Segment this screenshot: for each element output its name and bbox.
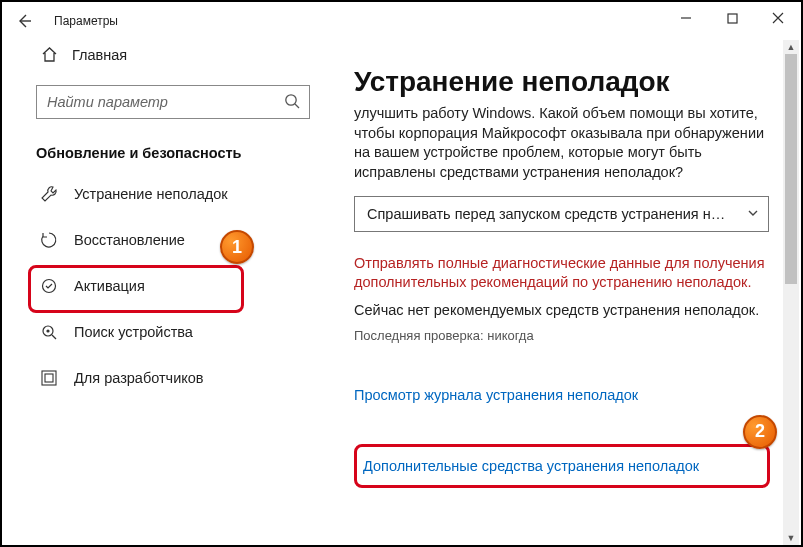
svg-point-4	[46, 329, 49, 332]
page-title: Устранение неполадок	[354, 40, 775, 98]
sidebar-item-developer[interactable]: Для разработчиков	[2, 355, 324, 401]
scroll-up-icon[interactable]: ▲	[783, 40, 799, 54]
sidebar-item-label: Активация	[74, 278, 145, 294]
svg-rect-5	[42, 371, 56, 385]
sidebar-home-label: Главная	[72, 47, 127, 63]
svg-rect-0	[728, 14, 737, 23]
troubleshoot-mode-select[interactable]: Спрашивать перед запуском средств устран…	[354, 196, 769, 232]
content-area: Устранение неполадок улучшить работу Win…	[324, 40, 801, 545]
close-icon	[772, 12, 784, 24]
back-button[interactable]	[2, 2, 46, 40]
scroll-down-icon[interactable]: ▼	[783, 531, 799, 545]
sidebar: Главная Обновление и безопасность Устран…	[2, 40, 324, 545]
annotation-highlight-2: Дополнительные средства устранения непол…	[354, 444, 770, 488]
recommendation-status: Сейчас нет рекомендуемых средств устране…	[354, 292, 774, 318]
annotation-marker-2: 2	[743, 415, 777, 449]
wrench-icon	[40, 185, 58, 203]
sidebar-item-label: Восстановление	[74, 232, 185, 248]
description-text: улучшить работу Windows. Какой объем пом…	[354, 98, 774, 182]
vertical-scrollbar[interactable]: ▲ ▼	[783, 40, 799, 545]
developer-icon	[40, 369, 58, 387]
close-button[interactable]	[755, 2, 801, 34]
select-value: Спрашивать перед запуском средств устран…	[367, 206, 732, 222]
svg-rect-6	[45, 374, 53, 382]
sidebar-item-troubleshoot[interactable]: Устранение неполадок	[2, 171, 324, 217]
arrow-left-icon	[16, 13, 32, 29]
sidebar-home[interactable]: Главная	[2, 40, 324, 69]
maximize-button[interactable]	[709, 2, 755, 34]
sidebar-item-label: Устранение неполадок	[74, 186, 228, 202]
find-device-icon	[40, 323, 58, 341]
svg-point-2	[43, 280, 56, 293]
sidebar-item-label: Поиск устройства	[74, 324, 193, 340]
diagnostic-warning: Отправлять полные диагностические данные…	[354, 232, 774, 292]
settings-window: Параметры Главная	[0, 0, 803, 547]
home-icon	[40, 46, 58, 63]
search-icon	[284, 93, 301, 110]
link-additional-troubleshooters[interactable]: Дополнительные средства устранения непол…	[363, 458, 699, 474]
sidebar-item-recovery[interactable]: Восстановление	[2, 217, 324, 263]
scrollbar-thumb[interactable]	[785, 54, 797, 284]
search-input[interactable]	[37, 86, 309, 118]
minimize-button[interactable]	[663, 2, 709, 34]
minimize-icon	[680, 12, 692, 24]
sidebar-section-header: Обновление и безопасность	[2, 127, 324, 171]
activation-icon	[40, 277, 58, 295]
sidebar-item-activation[interactable]: Активация	[2, 263, 324, 309]
window-controls	[663, 2, 801, 34]
chevron-down-icon	[746, 206, 760, 220]
svg-point-1	[286, 95, 296, 105]
link-history[interactable]: Просмотр журнала устранения неполадок	[354, 387, 638, 403]
body: Главная Обновление и безопасность Устран…	[2, 40, 801, 545]
maximize-icon	[727, 13, 738, 24]
recovery-icon	[40, 231, 58, 249]
window-title: Параметры	[46, 14, 118, 28]
sidebar-item-label: Для разработчиков	[74, 370, 204, 386]
search-wrap	[2, 69, 324, 127]
titlebar: Параметры	[2, 2, 801, 40]
last-check: Последняя проверка: никогда	[354, 318, 775, 343]
sidebar-item-find-device[interactable]: Поиск устройства	[2, 309, 324, 355]
search-box[interactable]	[36, 85, 310, 119]
